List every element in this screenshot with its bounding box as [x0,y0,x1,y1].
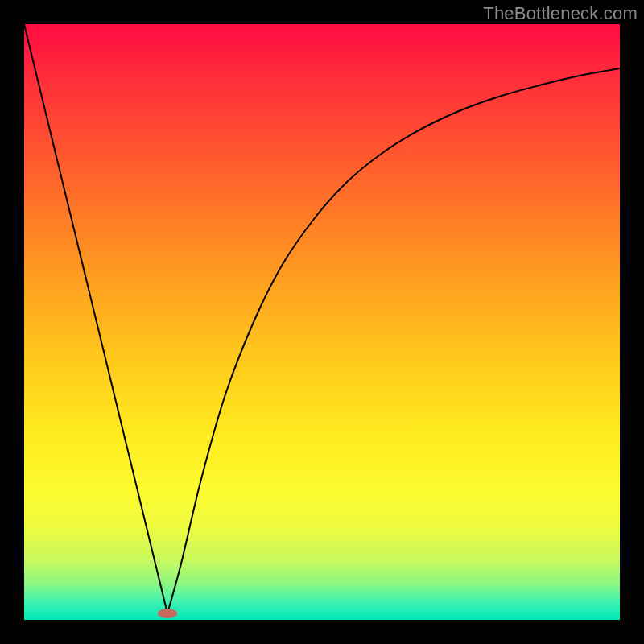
minimum-marker [158,609,177,618]
curve-right [167,68,620,613]
chart-frame: TheBottleneck.com [0,0,644,644]
watermark-text: TheBottleneck.com [483,3,638,24]
curve-left [24,24,167,613]
plot-area [24,24,620,620]
plot-svg [24,24,620,620]
